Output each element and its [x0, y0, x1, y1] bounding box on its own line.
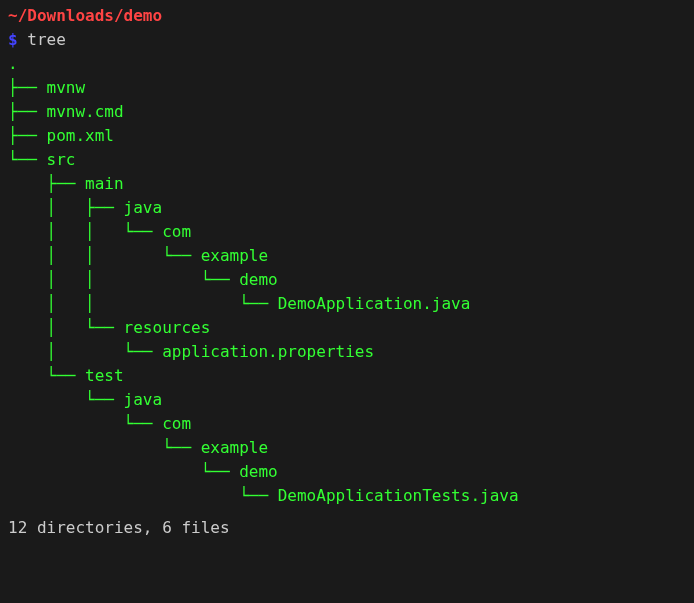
tree-line-15: └── com: [8, 412, 686, 436]
tree-line-12: │ └── application.properties: [8, 340, 686, 364]
tree-line-17: └── demo: [8, 460, 686, 484]
command-line: $ tree: [8, 28, 686, 52]
tree-line-4: └── src: [8, 148, 686, 172]
tree-line-1: ├── mvnw: [8, 76, 686, 100]
tree-line-16: └── example: [8, 436, 686, 460]
terminal-output: ~/Downloads/demo $ tree . ├── mvnw ├── m…: [8, 4, 686, 540]
tree-line-9: │ │ └── demo: [8, 268, 686, 292]
tree-line-0: .: [8, 52, 686, 76]
prompt-path: ~/Downloads/demo: [8, 4, 686, 28]
command: tree: [27, 30, 66, 49]
tree-line-6: │ ├── java: [8, 196, 686, 220]
tree-line-14: └── java: [8, 388, 686, 412]
tree-line-3: ├── pom.xml: [8, 124, 686, 148]
prompt-symbol: $: [8, 30, 18, 49]
tree-line-8: │ │ └── example: [8, 244, 686, 268]
tree-line-10: │ │ └── DemoApplication.java: [8, 292, 686, 316]
tree-line-2: ├── mvnw.cmd: [8, 100, 686, 124]
tree-line-11: │ └── resources: [8, 316, 686, 340]
tree-summary: 12 directories, 6 files: [8, 516, 686, 540]
tree-line-5: ├── main: [8, 172, 686, 196]
tree-line-18: └── DemoApplicationTests.java: [8, 484, 686, 508]
tree-line-13: └── test: [8, 364, 686, 388]
tree-line-7: │ │ └── com: [8, 220, 686, 244]
